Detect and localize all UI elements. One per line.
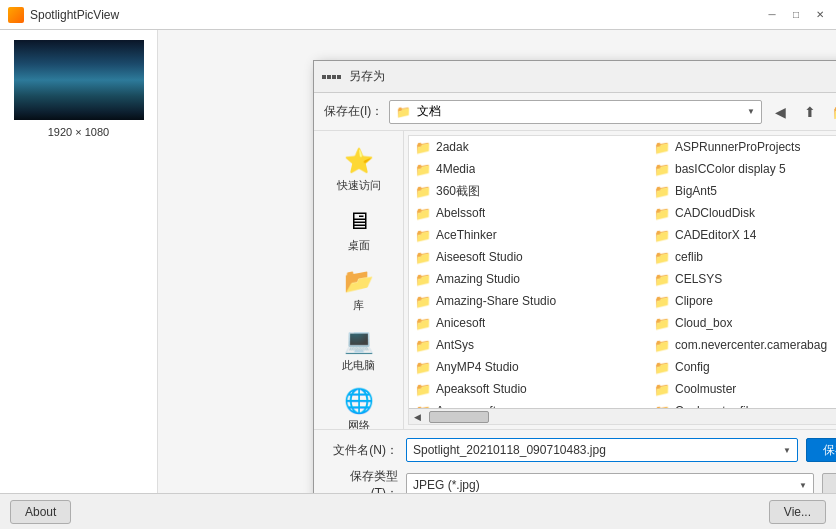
file-grid: 📁 2adak📁 ASPRunnerProProjects📁 4Media📁 b…: [409, 136, 836, 408]
file-name: AnyMP4 Studio: [436, 360, 519, 374]
nav-item-label: 快速访问: [337, 178, 381, 193]
scroll-thumb[interactable]: [429, 411, 489, 423]
app-title: SpotlightPicView: [30, 8, 764, 22]
list-item[interactable]: 📁 AntSys: [409, 334, 648, 356]
file-name: Config: [675, 360, 710, 374]
app-content: 1920 × 1080 另存为 ✕: [0, 30, 836, 493]
network-icon: 🌐: [344, 387, 374, 415]
back-button[interactable]: ◀: [768, 100, 792, 124]
file-name: Abelssoft: [436, 206, 485, 220]
list-item[interactable]: 📁 360截图: [409, 180, 648, 202]
folder-icon: 📁: [415, 206, 431, 221]
list-item[interactable]: 📁 com.nevercenter.camerabag: [648, 334, 836, 356]
list-item[interactable]: 📁 basICColor display 5: [648, 158, 836, 180]
file-name: 360截图: [436, 183, 480, 200]
dialog-body: ⭐ 快速访问 🖥 桌面 📂 库 💻 此电脑: [314, 131, 836, 429]
list-item[interactable]: 📁 2adak: [409, 136, 648, 158]
new-folder-button[interactable]: 📁: [828, 100, 836, 124]
list-item[interactable]: 📁 4Media: [409, 158, 648, 180]
folder-icon: 📁: [415, 294, 431, 309]
file-name: 4Media: [436, 162, 475, 176]
save-as-dialog: 另存为 ✕ 保存在(I)： 📁 文档 ▼ ◀ ⬆ 📁 ⊞: [313, 60, 836, 493]
folder-icon: 📁: [654, 338, 670, 353]
nav-item-label: 网络: [348, 418, 370, 429]
quick-access-icon: ⭐: [344, 147, 374, 175]
dialog-toolbar: 保存在(I)： 📁 文档 ▼ ◀ ⬆ 📁 ⊞: [314, 93, 836, 131]
list-item[interactable]: 📁 Anicesoft: [409, 312, 648, 334]
list-item[interactable]: 📁 Clipore: [648, 290, 836, 312]
folder-icon: 📁: [654, 206, 670, 221]
list-item[interactable]: 📁 ASPRunnerProProjects: [648, 136, 836, 158]
nav-item-desktop[interactable]: 🖥 桌面: [321, 201, 397, 259]
nav-item-this-pc[interactable]: 💻 此电脑: [321, 321, 397, 379]
list-item[interactable]: 📁 BigAnt5: [648, 180, 836, 202]
folder-icon: 📁: [415, 316, 431, 331]
filetype-combo[interactable]: JPEG (*.jpg) ▼: [406, 473, 814, 493]
cancel-button[interactable]: 取消: [822, 473, 836, 493]
save-location-combo[interactable]: 📁 文档 ▼: [389, 100, 762, 124]
folder-icon: 📁: [654, 250, 670, 265]
filename-label: 文件名(N)：: [326, 442, 398, 459]
file-name: Cloud_box: [675, 316, 732, 330]
list-item[interactable]: 📁 Amazing Studio: [409, 268, 648, 290]
folder-icon: 📁: [415, 382, 431, 397]
list-item[interactable]: 📁 Coolmuster: [648, 378, 836, 400]
nav-item-library[interactable]: 📂 库: [321, 261, 397, 319]
list-item[interactable]: 📁 Coolmuster files: [648, 400, 836, 408]
app-window: SpotlightPicView ─ □ ✕ 1920 × 1080: [0, 0, 836, 529]
left-panel: 1920 × 1080: [0, 30, 158, 493]
about-button[interactable]: About: [10, 500, 71, 524]
file-name: AceThinker: [436, 228, 497, 242]
filename-combo[interactable]: Spotlight_20210118_090710483.jpg ▼: [406, 438, 798, 462]
list-item[interactable]: 📁 Abelssoft: [409, 202, 648, 224]
file-name: basICColor display 5: [675, 162, 786, 176]
list-item[interactable]: 📁 Cloud_box: [648, 312, 836, 334]
nav-item-quick-access[interactable]: ⭐ 快速访问: [321, 141, 397, 199]
list-item[interactable]: 📁 Aiseesoft Studio: [409, 246, 648, 268]
file-name: CELSYS: [675, 272, 722, 286]
nav-item-network[interactable]: 🌐 网络: [321, 381, 397, 429]
image-preview: [14, 40, 144, 120]
desktop-icon: 🖥: [347, 207, 371, 235]
filetype-row: 保存类型(T)： JPEG (*.jpg) ▼ 取消: [326, 468, 836, 493]
folder-icon: 📁: [415, 338, 431, 353]
save-button[interactable]: 保存(S): [806, 438, 836, 462]
folder-icon: 📁: [415, 228, 431, 243]
image-dimensions: 1920 × 1080: [48, 126, 109, 138]
nav-item-label: 库: [353, 298, 364, 313]
file-name: CADCloudDisk: [675, 206, 755, 220]
file-list-area: 📁 2adak📁 ASPRunnerProProjects📁 4Media📁 b…: [408, 135, 836, 425]
list-item[interactable]: 📁 Apowersoft: [409, 400, 648, 408]
list-item[interactable]: 📁 AnyMP4 Studio: [409, 356, 648, 378]
view-button-bottom[interactable]: Vie...: [769, 500, 826, 524]
filetype-value: JPEG (*.jpg): [413, 478, 799, 492]
file-name: com.nevercenter.camerabag: [675, 338, 827, 352]
app-icon: [8, 7, 24, 23]
file-name: Aiseesoft Studio: [436, 250, 523, 264]
list-item[interactable]: 📁 Config: [648, 356, 836, 378]
horizontal-scrollbar[interactable]: ◀ ▶: [409, 408, 836, 424]
folder-icon: 📁: [415, 272, 431, 287]
up-level-button[interactable]: ⬆: [798, 100, 822, 124]
file-name: AntSys: [436, 338, 474, 352]
close-btn[interactable]: ✕: [812, 7, 828, 23]
dialog-bottom: 文件名(N)： Spotlight_20210118_090710483.jpg…: [314, 429, 836, 493]
list-item[interactable]: 📁 ceflib: [648, 246, 836, 268]
scroll-left-arrow[interactable]: ◀: [409, 409, 425, 425]
folder-icon: 📁: [415, 360, 431, 375]
file-name: Apeaksoft Studio: [436, 382, 527, 396]
folder-icon: 📁: [654, 162, 670, 177]
maximize-btn[interactable]: □: [788, 7, 804, 23]
minimize-btn[interactable]: ─: [764, 7, 780, 23]
list-item[interactable]: 📁 CADEditorX 14: [648, 224, 836, 246]
folder-icon: 📁: [415, 184, 431, 199]
list-item[interactable]: 📁 CADCloudDisk: [648, 202, 836, 224]
nav-panel: ⭐ 快速访问 🖥 桌面 📂 库 💻 此电脑: [314, 131, 404, 429]
list-item[interactable]: 📁 Amazing-Share Studio: [409, 290, 648, 312]
list-item[interactable]: 📁 AceThinker: [409, 224, 648, 246]
bottom-bar: About Vie...: [0, 493, 836, 529]
list-item[interactable]: 📁 Apeaksoft Studio: [409, 378, 648, 400]
dialog-title-bar: 另存为 ✕: [314, 61, 836, 93]
list-item[interactable]: 📁 CELSYS: [648, 268, 836, 290]
file-name: 2adak: [436, 140, 469, 154]
